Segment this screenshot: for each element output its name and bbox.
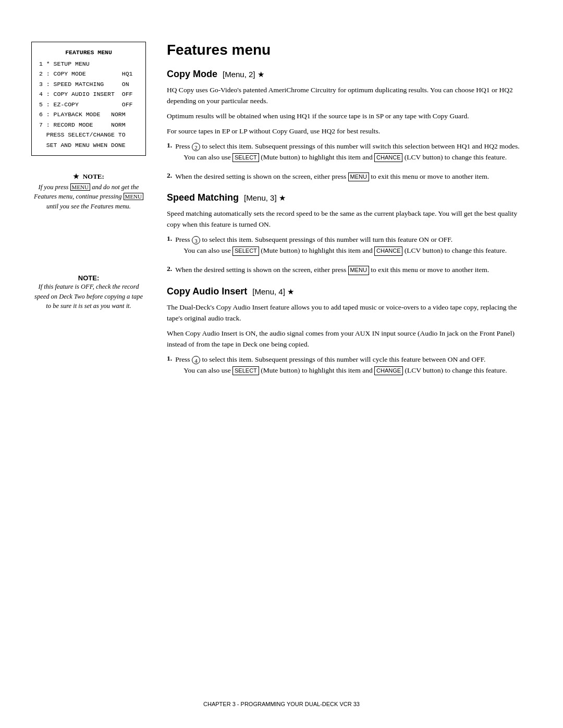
- menu-key-inline: MENU: [70, 183, 90, 191]
- key-3-circle: 3: [192, 236, 200, 244]
- chance-key-2: CHANCE: [374, 246, 402, 255]
- note2: NOTE: If this feature is OFF, check the …: [31, 274, 146, 311]
- copy-mode-para3: For source tapes in EP or LP without Cop…: [167, 126, 532, 137]
- step-num-sm1: 1.: [167, 235, 172, 261]
- note1-text: If you press MENU and do not get the Fea…: [31, 182, 146, 212]
- menu-key-inline2: MENU: [124, 193, 143, 200]
- menu-item-4: 4 : COPY AUDIO INSERT OFF: [39, 89, 138, 100]
- copy-mode-heading: Copy Mode [Menu, 2] ★: [167, 69, 532, 80]
- step2-content: When the desired setting is shown on the…: [175, 171, 489, 182]
- key-2-circle: 2: [192, 143, 200, 151]
- speed-matching-step2: 2. When the desired setting is shown on …: [167, 265, 532, 276]
- copy-mode-para2: Optimum results will be obtained when us…: [167, 111, 532, 122]
- step-ca1-content: Press 4 to select this item. Subsequent …: [175, 354, 507, 380]
- speed-matching-step1: 1. Press 3 to select this item. Subseque…: [167, 235, 532, 261]
- copy-audio-para2: When Copy Audio Insert is ON, the audio …: [167, 328, 532, 350]
- step-sm1-sub: You can also use SELECT (Mute button) to…: [183, 245, 507, 256]
- copy-audio-menu-ref: [Menu, 4] ★: [252, 287, 294, 296]
- note1: ★ NOTE: If you press MENU and do not get…: [31, 171, 146, 211]
- select-key: SELECT: [232, 153, 259, 162]
- menu-item-5: 5 : EZ-COPY OFF: [39, 100, 138, 110]
- menu-item-press: PRESS SELECT/CHANGE TO: [39, 130, 138, 140]
- menu-item-3: 3 : SPEED MATCHING ON: [39, 79, 138, 90]
- menu-item-2: 2 : COPY MODE HQ1: [39, 69, 138, 79]
- select-key-sm: SELECT: [232, 246, 259, 255]
- copy-audio-insert-heading: Copy Audio Insert [Menu, 4] ★: [167, 286, 532, 297]
- page-title: Features menu: [167, 42, 532, 58]
- copy-mode-step2: 2. When the desired setting is shown on …: [167, 171, 532, 182]
- page-footer: CHAPTER 3 - PROGRAMMING YOUR DUAL-DECK V…: [0, 701, 563, 707]
- left-column: FEATURES MENU 1 * SETUP MENU 2 : COPY MO…: [0, 31, 156, 697]
- note2-text: If this feature is OFF, check the record…: [31, 282, 146, 311]
- menu-item-6: 6 : PLAYBACK MODE NORM: [39, 109, 138, 120]
- features-menu-title: FEATURES MENU: [39, 47, 138, 58]
- step-num: 1.: [167, 141, 172, 167]
- copy-mode-para1: HQ Copy uses Go-Video's patented AmeriCh…: [167, 85, 532, 107]
- menu-key-step: MENU: [348, 172, 369, 181]
- step-num-2: 2.: [167, 171, 172, 182]
- step-content: Press 2 to select this item. Subsequent …: [175, 141, 520, 167]
- menu-item-1: 1 * SETUP MENU: [39, 59, 138, 69]
- menu-item-set: SET AND MENU WHEN DONE: [39, 140, 138, 151]
- step-num-sm2: 2.: [167, 265, 172, 276]
- copy-mode-step1: 1. Press 2 to select this item. Subseque…: [167, 141, 532, 167]
- copy-mode-menu-ref: [Menu, 2] ★: [223, 70, 264, 79]
- speed-matching-section: Speed Matching [Menu, 3] ★ Speed matchin…: [167, 192, 532, 276]
- note1-title: ★ NOTE:: [31, 171, 146, 182]
- step-sm1-content: Press 3 to select this item. Subsequent …: [175, 235, 507, 261]
- speed-matching-para1: Speed matching automatically sets the re…: [167, 208, 532, 230]
- menu-key-sm: MENU: [348, 266, 369, 275]
- features-menu-box: FEATURES MENU 1 * SETUP MENU 2 : COPY MO…: [31, 42, 146, 156]
- copy-audio-insert-section: Copy Audio Insert [Menu, 4] ★ The Dual-D…: [167, 286, 532, 380]
- right-column: Features menu Copy Mode [Menu, 2] ★ HQ C…: [156, 31, 563, 697]
- step-sm2-content: When the desired setting is shown on the…: [175, 265, 489, 276]
- speed-matching-heading: Speed Matching [Menu, 3] ★: [167, 192, 532, 203]
- select-key-ca: SELECT: [232, 366, 259, 375]
- step-num-ca1: 1.: [167, 354, 172, 380]
- note2-title: NOTE:: [31, 274, 146, 282]
- copy-audio-step1: 1. Press 4 to select this item. Subseque…: [167, 354, 532, 380]
- key-4-circle: 4: [192, 356, 200, 364]
- chance-key-1: CHANCE: [374, 153, 402, 162]
- menu-item-7: 7 : RECORD MODE NORM: [39, 120, 138, 130]
- copy-audio-para1: The Dual-Deck's Copy Audio Insert featur…: [167, 302, 532, 324]
- step-ca1-sub: You can also use SELECT (Mute button) to…: [183, 365, 507, 376]
- copy-mode-section: Copy Mode [Menu, 2] ★ HQ Copy uses Go-Vi…: [167, 69, 532, 182]
- change-key-3: CHANGE: [374, 366, 403, 375]
- step1-sub: You can also use SELECT (Mute button) to…: [183, 152, 520, 163]
- speed-matching-menu-ref: [Menu, 3] ★: [244, 193, 286, 202]
